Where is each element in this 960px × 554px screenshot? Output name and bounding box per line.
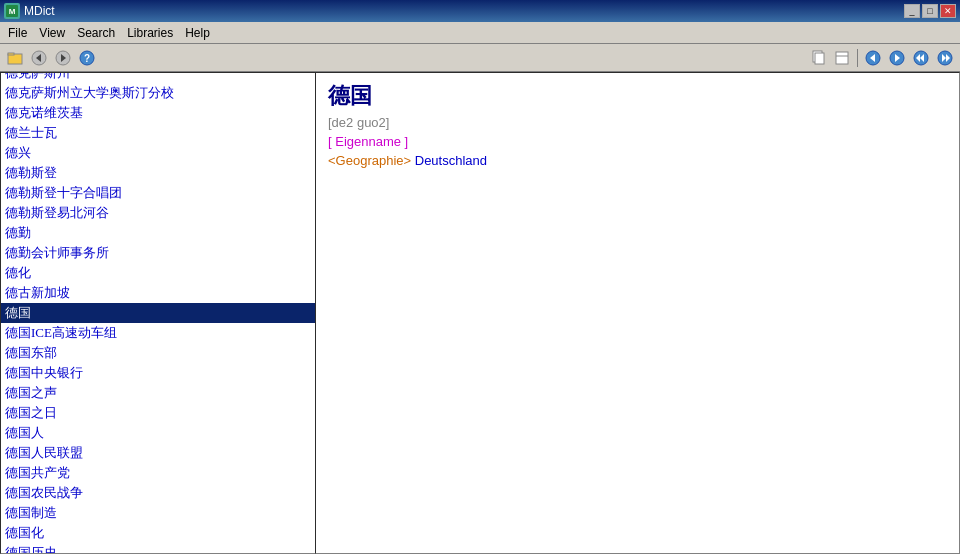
app-icon: M <box>4 3 20 19</box>
geo-label: <Geographie> <box>328 153 411 168</box>
word-list-item[interactable]: 德勒斯登易北河谷 <box>1 203 315 223</box>
title-bar: M MDict _ □ ✕ <box>0 0 960 22</box>
nav-forward2-button[interactable] <box>934 47 956 69</box>
word-list-item[interactable]: 德克萨斯州立大学奥斯汀分校 <box>1 83 315 103</box>
word-list-item[interactable]: 德国 <box>1 303 315 323</box>
word-list-item[interactable]: 德国农民战争 <box>1 483 315 503</box>
nav-back2-button[interactable] <box>910 47 932 69</box>
word-list-item[interactable]: 德克诺维茨基 <box>1 103 315 123</box>
definition-pinyin: [de2 guo2] <box>328 115 947 130</box>
word-list-item[interactable]: 德国之日 <box>1 403 315 423</box>
word-list-item[interactable]: 德克萨斯州 <box>1 73 315 83</box>
word-list-item[interactable]: 德古新加坡 <box>1 283 315 303</box>
word-list-item[interactable]: 德国历史 <box>1 543 315 553</box>
word-list-item[interactable]: 德国制造 <box>1 503 315 523</box>
word-list-item[interactable]: 德勤 <box>1 223 315 243</box>
title-text: MDict <box>24 4 55 18</box>
toolbar-separator <box>857 49 858 67</box>
minimize-button[interactable]: _ <box>904 4 920 18</box>
close-button[interactable]: ✕ <box>940 4 956 18</box>
word-list-item[interactable]: 德化 <box>1 263 315 283</box>
word-list-item[interactable]: 德国人民联盟 <box>1 443 315 463</box>
forward-button[interactable] <box>52 47 74 69</box>
main-area: 德国德克布劳威尔德克斯特的实验室德克萨斯德克萨斯州德克萨斯州立大学奥斯汀分校德克… <box>0 72 960 554</box>
help-toolbar-button[interactable]: ? <box>76 47 98 69</box>
menu-file[interactable]: File <box>2 23 33 43</box>
word-list-item[interactable]: 德国人 <box>1 423 315 443</box>
word-list-item[interactable]: 德国化 <box>1 523 315 543</box>
nav-forward-button[interactable] <box>886 47 908 69</box>
svg-rect-3 <box>8 53 14 55</box>
word-list-item[interactable]: 德勒斯登十字合唱团 <box>1 183 315 203</box>
definition-geo: <Geographie> Deutschland <box>328 153 947 168</box>
menu-bar: File View Search Libraries Help <box>0 22 960 44</box>
definition-eigenname: [ Eigenname ] <box>328 134 947 149</box>
definition-panel[interactable]: 德国 [de2 guo2] [ Eigenname ] <Geographie>… <box>315 72 960 554</box>
definition-title: 德国 <box>328 81 947 111</box>
toolbar: ? <box>0 44 960 72</box>
word-list-item[interactable]: 德国共产党 <box>1 463 315 483</box>
copy-button-1[interactable] <box>807 47 829 69</box>
back-button[interactable] <box>28 47 50 69</box>
menu-help[interactable]: Help <box>179 23 216 43</box>
menu-search[interactable]: Search <box>71 23 121 43</box>
svg-rect-12 <box>836 52 848 64</box>
svg-rect-11 <box>815 53 824 64</box>
svg-text:?: ? <box>84 53 90 64</box>
word-list-panel: 德国德克布劳威尔德克斯特的实验室德克萨斯德克萨斯州德克萨斯州立大学奥斯汀分校德克… <box>0 72 315 554</box>
word-list-item[interactable]: 德勤会计师事务所 <box>1 243 315 263</box>
geo-value: Deutschland <box>415 153 487 168</box>
word-list-item[interactable]: 德国之声 <box>1 383 315 403</box>
nav-back-button[interactable] <box>862 47 884 69</box>
title-bar-controls: _ □ ✕ <box>904 4 956 18</box>
word-list-item[interactable]: 德国ICE高速动车组 <box>1 323 315 343</box>
word-list-item[interactable]: 德兰士瓦 <box>1 123 315 143</box>
maximize-button[interactable]: □ <box>922 4 938 18</box>
word-list-item[interactable]: 德勒斯登 <box>1 163 315 183</box>
word-list-item[interactable]: 德兴 <box>1 143 315 163</box>
open-folder-button[interactable] <box>4 47 26 69</box>
svg-text:M: M <box>9 7 16 16</box>
copy-button-2[interactable] <box>831 47 853 69</box>
word-list-item[interactable]: 德国中央银行 <box>1 363 315 383</box>
word-list-item[interactable]: 德国东部 <box>1 343 315 363</box>
menu-libraries[interactable]: Libraries <box>121 23 179 43</box>
word-list[interactable]: 德国德克布劳威尔德克斯特的实验室德克萨斯德克萨斯州德克萨斯州立大学奥斯汀分校德克… <box>1 73 315 553</box>
menu-view[interactable]: View <box>33 23 71 43</box>
title-bar-left: M MDict <box>4 3 55 19</box>
